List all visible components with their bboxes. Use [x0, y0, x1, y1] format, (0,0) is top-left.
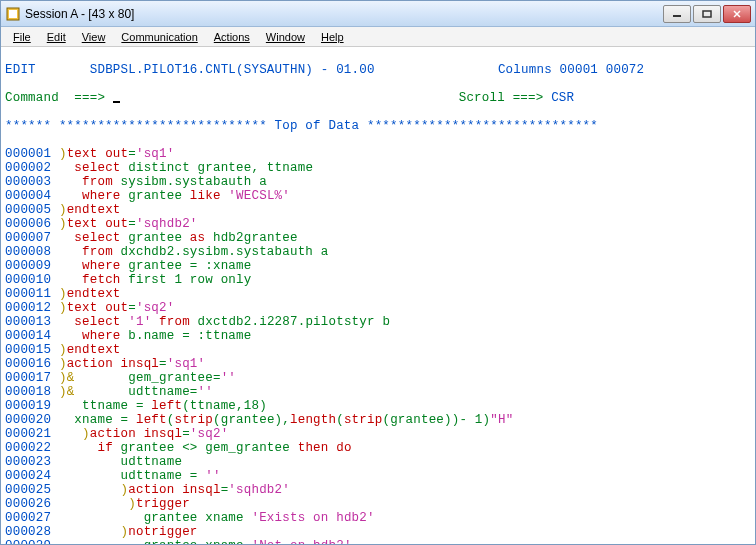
keyword: trigger — [136, 497, 190, 511]
columns-label: Columns — [498, 63, 552, 77]
menu-file[interactable]: File — [5, 29, 39, 45]
keyword: select — [74, 231, 120, 245]
bracket-icon: ) — [59, 385, 67, 399]
string-literal: 'sqhdb2' — [228, 483, 290, 497]
top-stars-left: ****** *************************** — [5, 119, 267, 133]
line-number: 000014 — [5, 329, 51, 343]
minimize-button[interactable] — [663, 5, 691, 23]
top-stars-right: ****************************** — [367, 119, 598, 133]
terminal-body[interactable]: EDIT SDBPSL.PILOT16.CNTL(SYSAUTHN) - 01.… — [1, 47, 755, 544]
string-literal: 'sq1' — [167, 357, 206, 371]
keyword: as — [190, 231, 205, 245]
command-arrow: ===> — [74, 91, 105, 105]
line-number: 000006 — [5, 217, 51, 231]
top-of-data: Top of Data — [267, 119, 367, 133]
keyword: where — [82, 189, 121, 203]
terminal-window: Session A - [43 x 80] File Edit View Com… — [0, 0, 756, 545]
bracket-icon: ) — [128, 497, 136, 511]
keyword: where — [82, 259, 121, 273]
keyword: where — [82, 329, 121, 343]
bracket-icon: ) — [59, 371, 67, 385]
menu-edit[interactable]: Edit — [39, 29, 74, 45]
maximize-button[interactable] — [693, 5, 721, 23]
keyword: text out — [67, 217, 129, 231]
string-literal: 'WECSL%' — [221, 189, 290, 203]
keyword: action insql — [128, 483, 220, 497]
keyword: strip — [174, 413, 213, 427]
keyword: action insql — [67, 357, 159, 371]
keyword: endtext — [67, 343, 121, 357]
svg-rect-1 — [9, 10, 17, 18]
line-number: 000027 — [5, 511, 51, 525]
line-number: 000002 — [5, 161, 51, 175]
keyword: action insql — [90, 427, 182, 441]
bracket-icon: ) — [59, 203, 67, 217]
string-literal: 'Not on hdb2' — [251, 539, 351, 544]
bracket-icon: ) — [59, 343, 67, 357]
keyword: select — [74, 161, 120, 175]
keyword: strip — [344, 413, 383, 427]
keyword: if — [97, 441, 112, 455]
keyword: length — [290, 413, 336, 427]
line-number: 000012 — [5, 301, 51, 315]
keyword: select — [74, 315, 120, 329]
line-number: 000021 — [5, 427, 51, 441]
menu-communication[interactable]: Communication — [113, 29, 205, 45]
string-literal: '' — [198, 385, 213, 399]
window-controls — [663, 5, 751, 23]
keyword: text out — [67, 147, 129, 161]
bracket-icon: ) — [59, 301, 67, 315]
string-literal: 'sqhdb2' — [136, 217, 198, 231]
line-number: 000001 — [5, 147, 51, 161]
keyword: endtext — [67, 287, 121, 301]
keyword: text out — [67, 301, 129, 315]
line-number: 000011 — [5, 287, 51, 301]
bracket-icon: ) — [82, 427, 90, 441]
string-literal: 'sq1' — [136, 147, 175, 161]
bracket-icon: ) — [59, 147, 67, 161]
line-number: 000017 — [5, 371, 51, 385]
line-number: 000018 — [5, 385, 51, 399]
line-number: 000026 — [5, 497, 51, 511]
line-number: 000022 — [5, 441, 51, 455]
svg-rect-3 — [703, 11, 711, 17]
menu-window[interactable]: Window — [258, 29, 313, 45]
line-number: 000019 — [5, 399, 51, 413]
string-literal: '' — [205, 469, 220, 483]
window-title: Session A - [43 x 80] — [25, 7, 663, 21]
keyword: endtext — [67, 203, 121, 217]
keyword: left — [136, 413, 167, 427]
menu-help[interactable]: Help — [313, 29, 352, 45]
scroll-value[interactable]: CSR — [551, 91, 574, 105]
string-literal: '1' — [121, 315, 152, 329]
close-button[interactable] — [723, 5, 751, 23]
line-number: 000013 — [5, 315, 51, 329]
keyword: from — [82, 175, 113, 189]
string-literal: 'Exists on hdb2' — [251, 511, 374, 525]
string-literal: '' — [221, 371, 236, 385]
keyword: fetch — [82, 273, 121, 287]
line-number: 000003 — [5, 175, 51, 189]
line-number: 000024 — [5, 469, 51, 483]
app-icon — [5, 6, 21, 22]
scroll-arrow: ===> — [513, 91, 544, 105]
line-number: 000007 — [5, 231, 51, 245]
line-number: 000004 — [5, 189, 51, 203]
string-literal: 'sq2' — [190, 427, 229, 441]
mode-label: EDIT — [5, 63, 36, 77]
line-number: 000009 — [5, 259, 51, 273]
keyword: left — [151, 399, 182, 413]
menu-actions[interactable]: Actions — [206, 29, 258, 45]
keyword: then do — [298, 441, 352, 455]
line-number: 000029 — [5, 539, 51, 544]
menu-view[interactable]: View — [74, 29, 114, 45]
line-number: 000028 — [5, 525, 51, 539]
string-literal: "H" — [490, 413, 513, 427]
keyword: from — [82, 245, 113, 259]
col-from: 00001 — [560, 63, 599, 77]
titlebar[interactable]: Session A - [43 x 80] — [1, 1, 755, 27]
bracket-icon: ) — [59, 287, 67, 301]
scroll-label: Scroll — [459, 91, 505, 105]
dataset-name: SDBPSL.PILOT16.CNTL(SYSAUTHN) - 01.00 — [90, 63, 375, 77]
line-number: 000010 — [5, 273, 51, 287]
